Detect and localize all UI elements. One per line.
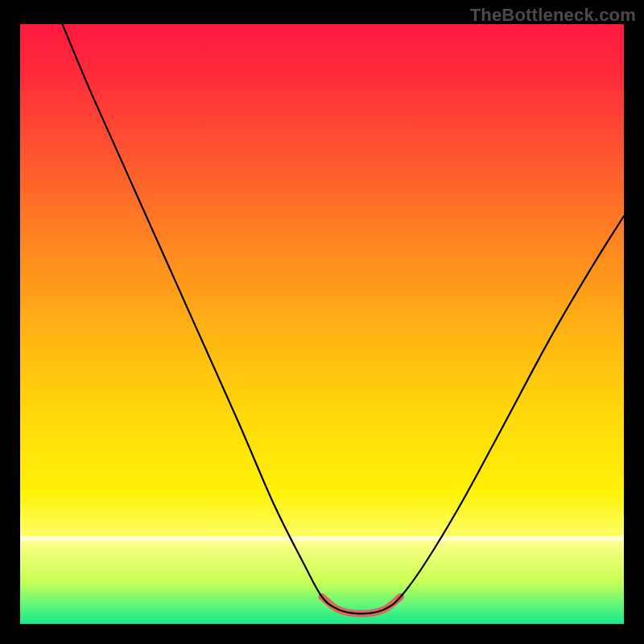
bottleneck-chart — [0, 0, 644, 644]
chart-stage: TheBottleneck.com — [0, 0, 644, 644]
gradient-background — [20, 24, 624, 624]
